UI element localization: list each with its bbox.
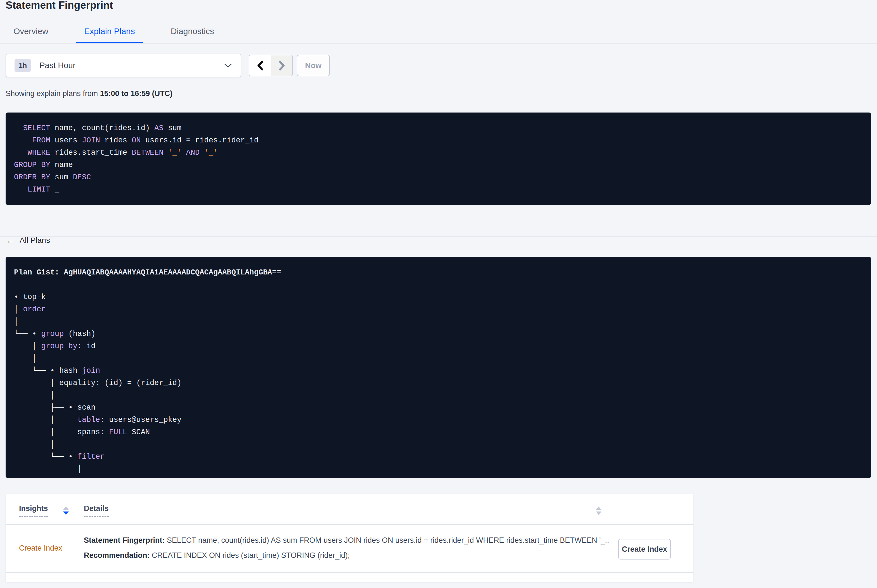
statement-fingerprint-page: Statement Fingerprint Overview Explain P… <box>0 0 877 588</box>
sort-control-details[interactable] <box>596 507 602 515</box>
time-range-label: Past Hour <box>39 61 224 70</box>
tab-diagnostics[interactable]: Diagnostics <box>163 26 222 44</box>
code-line: • top-k <box>14 291 863 303</box>
chevron-down-icon <box>224 63 232 68</box>
recommendation-line: Recommendation: CREATE INDEX ON rides (s… <box>84 548 609 563</box>
code-line: │ table: users@users_pkey <box>14 414 863 426</box>
tab-overview[interactable]: Overview <box>6 26 56 44</box>
plan-tree: • top-k│ order│└── • group (hash) │ grou… <box>14 279 863 475</box>
arrow-left-icon: ← <box>6 236 15 245</box>
code-line: │ <box>14 389 863 402</box>
plan-gist-text: Plan Gist: AgHUAQIABQAAAAHYAQIAiAEAAAADC… <box>14 266 863 279</box>
insight-details-cell: Statement Fingerprint: SELECT name, coun… <box>84 533 609 563</box>
chevron-left-icon <box>256 60 264 71</box>
time-range-badge: 1h <box>15 59 31 72</box>
code-line: │ <box>14 352 863 364</box>
code-line: ORDER BY sum DESC <box>14 171 863 183</box>
code-line: │ order <box>14 303 863 315</box>
plan-gist-box: Plan Gist: AgHUAQIABQAAAAHYAQIAiAEAAAADC… <box>6 257 871 478</box>
section-divider <box>0 236 877 237</box>
table-header-divider <box>6 524 693 525</box>
sort-asc-icon <box>63 507 69 510</box>
code-line: └── • group (hash) <box>14 328 863 340</box>
sort-control-insights[interactable] <box>63 507 69 515</box>
create-index-button[interactable]: Create Index <box>618 539 671 560</box>
time-nav-control <box>249 55 293 76</box>
next-time-button[interactable] <box>271 55 292 76</box>
code-line: │ <box>14 315 863 328</box>
insight-type-link[interactable]: Create Index <box>19 544 62 552</box>
code-line: WHERE rides.start_time BETWEEN '_' AND '… <box>14 147 863 159</box>
time-range-dropdown[interactable]: 1h Past Hour <box>6 54 241 77</box>
sort-desc-icon <box>63 512 69 515</box>
code-line: GROUP BY name <box>14 159 863 171</box>
recommendation-label: Recommendation: <box>84 551 150 560</box>
statement-fingerprint-value: SELECT name, count(rides.id) AS sum FROM… <box>165 536 609 544</box>
tab-bar-divider <box>0 43 877 44</box>
code-line: LIMIT _ <box>14 183 863 196</box>
code-line: │ <box>14 438 863 451</box>
time-range-summary-range: 15:00 to 16:59 (UTC) <box>100 89 173 98</box>
code-line: │ group by: id <box>14 340 863 352</box>
sort-desc-icon <box>596 512 602 515</box>
tab-explain-plans[interactable]: Explain Plans <box>76 26 143 44</box>
column-header-insights[interactable]: Insights <box>19 504 48 517</box>
insights-table-card: Insights Details Create Index Statement … <box>6 494 693 582</box>
code-line <box>14 279 863 291</box>
code-line: └── • hash join <box>14 364 863 377</box>
code-line: SELECT name, count(rides.id) AS sum <box>14 122 863 134</box>
recommendation-value: CREATE INDEX ON rides (start_time) STORI… <box>150 551 350 560</box>
now-button[interactable]: Now <box>297 55 330 76</box>
code-line: │ equality: (id) = (rider_id) <box>14 377 863 389</box>
chevron-right-icon <box>278 60 286 71</box>
table-row-divider <box>6 572 693 573</box>
time-range-summary: Showing explain plans from 15:00 to 16:5… <box>6 89 173 98</box>
tab-bar: Overview Explain Plans Diagnostics <box>6 26 222 44</box>
code-line: └── • filter <box>14 451 863 463</box>
code-line: ├── • scan <box>14 402 863 414</box>
code-line: │ <box>14 463 863 475</box>
page-title: Statement Fingerprint <box>6 0 113 11</box>
statement-fingerprint-line: Statement Fingerprint: SELECT name, coun… <box>84 533 609 548</box>
all-plans-back-link[interactable]: ← All Plans <box>6 236 50 245</box>
code-line: │ spans: FULL SCAN <box>14 426 863 438</box>
all-plans-label: All Plans <box>20 236 50 245</box>
sql-statement-box: SELECT name, count(rides.id) AS sum FROM… <box>6 112 871 205</box>
statement-fingerprint-label: Statement Fingerprint: <box>84 536 165 544</box>
code-line: FROM users JOIN rides ON users.id = ride… <box>14 134 863 147</box>
sort-asc-icon <box>596 507 602 510</box>
column-header-details[interactable]: Details <box>84 504 109 517</box>
time-range-summary-prefix: Showing explain plans from <box>6 89 100 98</box>
prev-time-button[interactable] <box>249 55 271 76</box>
